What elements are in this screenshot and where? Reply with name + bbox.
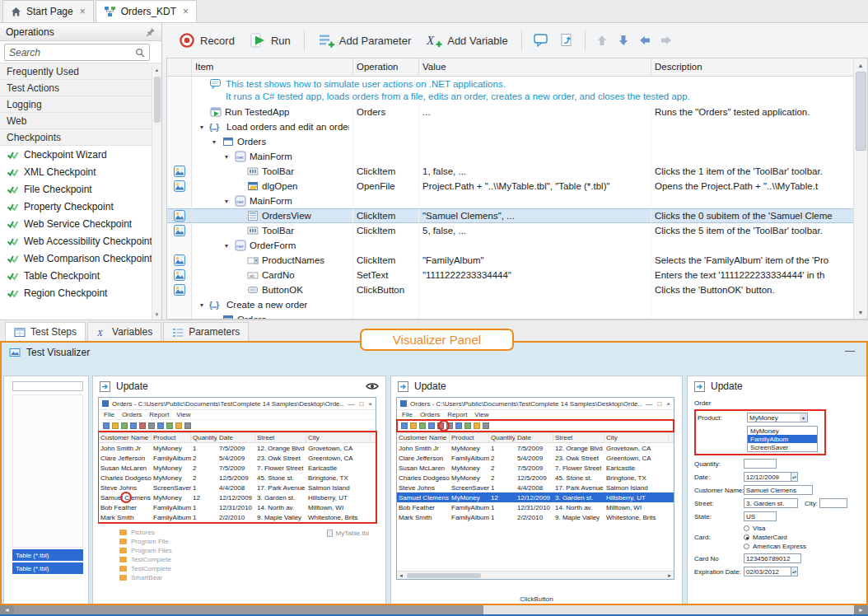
operations-category-frequently-used[interactable]: Frequently Used <box>0 63 161 80</box>
test-step-row[interactable]: abCardNoSetText"1111222233334444"Enters … <box>167 268 855 282</box>
radio-mastercard[interactable]: MasterCard <box>744 534 806 541</box>
test-step-row[interactable]: Run TestedAppOrders...Runs the "Orders" … <box>167 105 855 119</box>
move-up-button[interactable] <box>592 30 612 50</box>
operations-item-web-comparison-checkpoint[interactable]: Web Comparison Checkpoint <box>0 250 161 267</box>
visualizer-image-icon[interactable] <box>174 284 185 296</box>
scrollbar-thumb[interactable] <box>856 72 866 151</box>
tab-start-page[interactable]: Start Page × <box>2 0 94 22</box>
toolbar-mini-icon[interactable] <box>184 422 191 429</box>
folder-item[interactable]: TestComplete <box>119 555 380 564</box>
expand-arrow-icon[interactable]: ▾ <box>222 153 231 161</box>
visualizer-image-icon[interactable] <box>174 166 185 177</box>
folder-item[interactable]: Program Files <box>119 546 380 555</box>
orders-row[interactable]: Susan McLarenMyMoney27/5/20097. Flower S… <box>99 463 376 473</box>
close-tab-icon[interactable]: × <box>183 7 189 16</box>
expand-arrow-icon[interactable]: ▾ <box>197 301 207 309</box>
menu-item-file[interactable]: File <box>104 411 114 418</box>
minimize-icon[interactable]: — <box>348 400 354 408</box>
toolbar-mini-icon[interactable] <box>130 422 137 429</box>
scroll-up-icon[interactable]: ▲ <box>854 58 868 72</box>
move-left-button[interactable] <box>635 30 655 50</box>
test-step-row[interactable]: ▾{...}Create a new order <box>167 297 855 312</box>
add-variable-button[interactable]: X Add Variable <box>419 29 514 52</box>
tab-variables[interactable]: X Variables <box>87 322 161 341</box>
add-parameter-button[interactable]: Add Parameter <box>311 29 418 52</box>
quantity-field[interactable] <box>744 459 777 469</box>
toolbar-mini-icon[interactable] <box>455 422 462 429</box>
menu-item-report[interactable]: Report <box>149 411 169 418</box>
run-button[interactable]: Run <box>243 29 297 52</box>
search-input[interactable] <box>9 47 132 58</box>
toolbar-mini-icon[interactable] <box>464 422 471 429</box>
file-type-row[interactable]: Table (*.tbl) <box>12 549 83 561</box>
orders-row[interactable]: Clare JeffersonFamilyAlbum25/4/200923. O… <box>397 453 674 463</box>
toolbar-mini-icon[interactable] <box>175 422 182 429</box>
menu-item-orders[interactable]: Orders <box>420 411 440 418</box>
scrollbar-thumb[interactable] <box>154 77 161 123</box>
toolbar-mini-icon[interactable] <box>139 422 146 429</box>
spinner-icon[interactable]: ▴▾ <box>791 472 798 482</box>
toolbar-mini-icon[interactable] <box>121 422 128 429</box>
customer-name-field[interactable]: Samuel Clemens <box>744 485 813 495</box>
operations-category-logging[interactable]: Logging <box>0 96 161 113</box>
close-icon[interactable]: × <box>666 400 670 408</box>
orders-row[interactable]: Samuel ClemensMyMoney1212/12/20093. Gard… <box>397 492 674 502</box>
minimize-icon[interactable]: — <box>646 400 652 408</box>
radio-visa[interactable]: Visa <box>744 525 806 532</box>
scrollbar-thumb[interactable] <box>14 605 483 614</box>
orders-row[interactable]: Bob FeatherFamilyAlbum112/31/201014. Nor… <box>99 502 376 512</box>
operations-item-region-checkpoint[interactable]: Region Checkpoint <box>0 284 161 301</box>
folder-item[interactable]: SmartBear <box>119 573 380 582</box>
column-header-item[interactable]: Item <box>192 58 353 76</box>
card-no-field[interactable]: 123456789012 <box>744 553 801 563</box>
visualizer-image-icon[interactable] <box>174 269 185 281</box>
minimize-panel-icon[interactable]: — <box>845 345 855 357</box>
operations-item-web-service-checkpoint[interactable]: Web Service Checkpoint <box>0 215 161 232</box>
product-option[interactable]: ScreenSaver <box>748 443 817 451</box>
file-type-row[interactable]: Table (*.tbl) <box>12 562 83 574</box>
menu-item-report[interactable]: Report <box>447 411 467 418</box>
product-option[interactable]: FamilyAlbum <box>748 435 817 443</box>
toolbar-mini-icon[interactable] <box>112 422 119 429</box>
tab-test-steps[interactable]: Test Steps <box>5 322 86 341</box>
toolbar-mini-icon[interactable] <box>483 422 489 429</box>
operations-item-property-checkpoint[interactable]: Property Checkpoint <box>0 198 161 215</box>
scroll-up-icon[interactable]: ▲ <box>152 65 162 75</box>
test-step-row[interactable]: ▾Orders <box>167 134 855 149</box>
tab-orders-kdt[interactable]: Orders_KDT × <box>96 0 197 22</box>
operations-category-test-actions[interactable]: Test Actions <box>0 79 161 96</box>
menu-item-orders[interactable]: Orders <box>122 411 142 418</box>
scroll-down-icon[interactable]: ▼ <box>152 310 162 320</box>
column-header-description[interactable]: Description <box>651 58 855 76</box>
scroll-right-icon[interactable]: ► <box>854 605 868 614</box>
spinner-icon[interactable]: ▴▾ <box>791 567 798 576</box>
column-header-value[interactable]: Value <box>419 58 651 76</box>
scroll-right-icon[interactable]: ▸ <box>665 572 674 579</box>
visualizer-thumbnail-1[interactable]: Update Orders - C:\Users\Public\Document… <box>92 376 386 604</box>
product-option[interactable]: MyMoney <box>748 427 817 435</box>
operations-item-web-accessibility-checkpoint[interactable]: Web Accessibility Checkpoint <box>0 232 161 250</box>
test-step-row[interactable]: OrdersViewClickItem"Samuel Clemens", ...… <box>167 208 855 223</box>
orders-row[interactable]: Susan McLarenMyMoney27/5/20097. Flower S… <box>397 463 674 473</box>
operations-item-table-checkpoint[interactable]: Table Checkpoint <box>0 267 161 284</box>
tab-parameters[interactable]: Parameters <box>163 322 249 341</box>
toolbar-mini-icon[interactable] <box>166 422 173 429</box>
close-icon[interactable]: × <box>368 400 372 408</box>
test-step-row[interactable]: ToolBarClickItem1, false, ...Clicks the … <box>167 164 855 179</box>
maximize-icon[interactable]: □ <box>359 400 363 408</box>
test-step-row[interactable]: ButtonOKClickButtonClicks the 'ButtonOK'… <box>167 282 855 297</box>
toolbar-mini-icon[interactable] <box>419 422 426 429</box>
mini-horizontal-scrollbar[interactable]: ◂▸ <box>397 571 674 579</box>
product-combobox[interactable]: MyMoney▾ <box>747 413 808 422</box>
orders-row[interactable]: Bob FeatherFamilyAlbum112/31/201014. Nor… <box>397 502 674 512</box>
orders-row[interactable]: Samuel ClemensMyMoney1212/12/20093. Gard… <box>99 492 376 502</box>
test-step-row[interactable]: ProductNamesClickItem"FamilyAlbum"Select… <box>167 253 855 268</box>
maximize-icon[interactable]: □ <box>657 400 661 408</box>
operations-category-web[interactable]: Web <box>0 112 161 129</box>
menu-item-file[interactable]: File <box>402 411 413 418</box>
toolbar-mini-icon[interactable] <box>103 422 110 429</box>
test-step-row[interactable]: ▾{...}Load orders and edit an order <box>167 119 855 134</box>
record-button[interactable]: Record <box>172 29 241 52</box>
visualizer-image-icon[interactable] <box>174 254 185 266</box>
operations-category-checkpoints[interactable]: Checkpoints <box>0 128 161 146</box>
